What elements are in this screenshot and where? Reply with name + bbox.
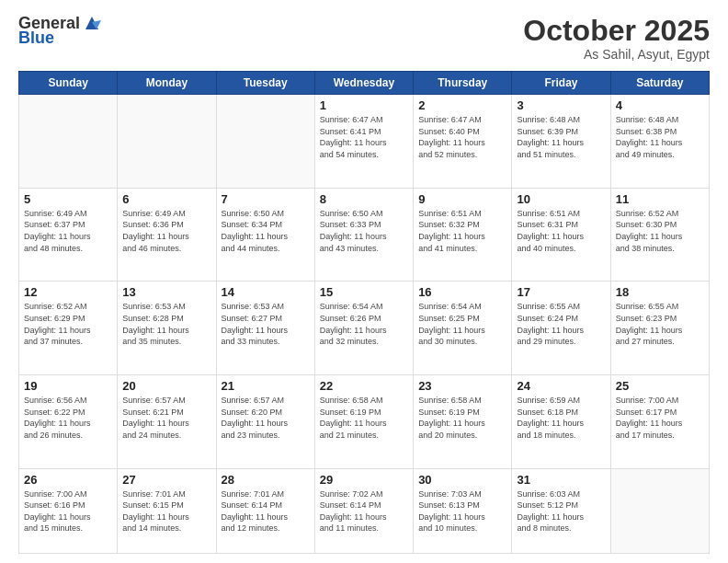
day-info: Sunrise: 6:49 AM Sunset: 6:36 PM Dayligh… [122, 208, 210, 254]
calendar-week-1: 1Sunrise: 6:47 AM Sunset: 6:41 PM Daylig… [19, 95, 710, 189]
calendar-cell: 7Sunrise: 6:50 AM Sunset: 6:34 PM Daylig… [216, 188, 314, 282]
day-info: Sunrise: 6:50 AM Sunset: 6:33 PM Dayligh… [320, 208, 408, 254]
calendar-cell: 26Sunrise: 7:00 AM Sunset: 6:16 PM Dayli… [19, 468, 118, 553]
weekday-header-saturday: Saturday [610, 72, 709, 95]
calendar-cell [610, 468, 709, 553]
day-number: 25 [616, 379, 704, 393]
day-number: 11 [616, 192, 704, 206]
day-number: 10 [517, 192, 605, 206]
logo: General Blue [18, 15, 102, 48]
logo-icon [82, 13, 102, 33]
day-info: Sunrise: 6:52 AM Sunset: 6:29 PM Dayligh… [24, 301, 112, 347]
day-info: Sunrise: 6:57 AM Sunset: 6:20 PM Dayligh… [222, 395, 310, 441]
day-info: Sunrise: 7:00 AM Sunset: 6:17 PM Dayligh… [616, 395, 704, 441]
day-info: Sunrise: 6:53 AM Sunset: 6:27 PM Dayligh… [222, 301, 310, 347]
day-number: 21 [222, 379, 310, 393]
calendar-cell: 16Sunrise: 6:54 AM Sunset: 6:25 PM Dayli… [414, 282, 512, 375]
calendar-cell: 10Sunrise: 6:51 AM Sunset: 6:31 PM Dayli… [512, 188, 610, 282]
day-number: 13 [122, 285, 210, 299]
day-info: Sunrise: 6:56 AM Sunset: 6:22 PM Dayligh… [24, 395, 112, 441]
day-number: 3 [517, 98, 605, 112]
day-info: Sunrise: 7:01 AM Sunset: 6:14 PM Dayligh… [222, 488, 310, 534]
calendar-cell: 25Sunrise: 7:00 AM Sunset: 6:17 PM Dayli… [610, 375, 709, 469]
day-info: Sunrise: 7:01 AM Sunset: 6:15 PM Dayligh… [122, 488, 210, 534]
calendar-cell: 4Sunrise: 6:48 AM Sunset: 6:38 PM Daylig… [610, 95, 709, 189]
day-number: 17 [517, 285, 605, 299]
day-number: 30 [418, 473, 506, 487]
day-info: Sunrise: 6:59 AM Sunset: 6:18 PM Dayligh… [517, 395, 605, 441]
calendar-cell: 28Sunrise: 7:01 AM Sunset: 6:14 PM Dayli… [216, 468, 314, 553]
day-number: 1 [320, 98, 408, 112]
day-info: Sunrise: 7:02 AM Sunset: 6:14 PM Dayligh… [320, 488, 408, 534]
calendar-cell: 9Sunrise: 6:51 AM Sunset: 6:32 PM Daylig… [414, 188, 512, 282]
day-number: 27 [122, 473, 210, 487]
day-number: 16 [418, 285, 506, 299]
title-block: October 2025 As Sahil, Asyut, Egypt [523, 15, 710, 62]
day-info: Sunrise: 6:48 AM Sunset: 6:39 PM Dayligh… [517, 114, 605, 160]
calendar-cell: 23Sunrise: 6:58 AM Sunset: 6:19 PM Dayli… [414, 375, 512, 469]
day-number: 18 [616, 285, 704, 299]
day-info: Sunrise: 6:49 AM Sunset: 6:37 PM Dayligh… [24, 208, 112, 254]
day-info: Sunrise: 6:48 AM Sunset: 6:38 PM Dayligh… [616, 114, 704, 160]
day-number: 4 [616, 98, 704, 112]
day-number: 28 [222, 473, 310, 487]
day-info: Sunrise: 6:54 AM Sunset: 6:25 PM Dayligh… [418, 301, 506, 347]
weekday-header-monday: Monday [118, 72, 216, 95]
calendar-cell: 21Sunrise: 6:57 AM Sunset: 6:20 PM Dayli… [216, 375, 314, 469]
weekday-header-thursday: Thursday [414, 72, 512, 95]
calendar-cell: 24Sunrise: 6:59 AM Sunset: 6:18 PM Dayli… [512, 375, 610, 469]
day-number: 20 [122, 379, 210, 393]
day-info: Sunrise: 6:52 AM Sunset: 6:30 PM Dayligh… [616, 208, 704, 254]
weekday-header-sunday: Sunday [19, 72, 118, 95]
day-info: Sunrise: 6:55 AM Sunset: 6:24 PM Dayligh… [517, 301, 605, 347]
day-info: Sunrise: 7:03 AM Sunset: 6:13 PM Dayligh… [418, 488, 506, 534]
day-number: 19 [24, 379, 112, 393]
calendar-cell: 20Sunrise: 6:57 AM Sunset: 6:21 PM Dayli… [118, 375, 216, 469]
calendar-cell: 15Sunrise: 6:54 AM Sunset: 6:26 PM Dayli… [314, 282, 413, 375]
day-number: 7 [222, 192, 310, 206]
calendar-cell: 22Sunrise: 6:58 AM Sunset: 6:19 PM Dayli… [314, 375, 413, 469]
day-info: Sunrise: 6:51 AM Sunset: 6:32 PM Dayligh… [418, 208, 506, 254]
calendar-week-4: 19Sunrise: 6:56 AM Sunset: 6:22 PM Dayli… [19, 375, 710, 469]
month-title: October 2025 [523, 15, 710, 47]
day-number: 14 [222, 285, 310, 299]
day-number: 6 [122, 192, 210, 206]
day-number: 26 [24, 473, 112, 487]
day-info: Sunrise: 6:58 AM Sunset: 6:19 PM Dayligh… [418, 395, 506, 441]
calendar-cell: 27Sunrise: 7:01 AM Sunset: 6:15 PM Dayli… [118, 468, 216, 553]
calendar-cell: 18Sunrise: 6:55 AM Sunset: 6:23 PM Dayli… [610, 282, 709, 375]
calendar-cell: 2Sunrise: 6:47 AM Sunset: 6:40 PM Daylig… [414, 95, 512, 189]
day-info: Sunrise: 6:53 AM Sunset: 6:28 PM Dayligh… [122, 301, 210, 347]
day-info: Sunrise: 6:03 AM Sunset: 5:12 PM Dayligh… [517, 488, 605, 534]
day-number: 12 [24, 285, 112, 299]
day-info: Sunrise: 6:54 AM Sunset: 6:26 PM Dayligh… [320, 301, 408, 347]
header: General Blue October 2025 As Sahil, Asyu… [18, 15, 710, 62]
calendar-cell: 8Sunrise: 6:50 AM Sunset: 6:33 PM Daylig… [314, 188, 413, 282]
weekday-header-wednesday: Wednesday [314, 72, 413, 95]
calendar: SundayMondayTuesdayWednesdayThursdayFrid… [18, 71, 710, 554]
calendar-cell: 17Sunrise: 6:55 AM Sunset: 6:24 PM Dayli… [512, 282, 610, 375]
page: General Blue October 2025 As Sahil, Asyu… [0, 0, 728, 563]
weekday-header-friday: Friday [512, 72, 610, 95]
day-info: Sunrise: 7:00 AM Sunset: 6:16 PM Dayligh… [24, 488, 112, 534]
calendar-cell: 5Sunrise: 6:49 AM Sunset: 6:37 PM Daylig… [19, 188, 118, 282]
calendar-cell: 1Sunrise: 6:47 AM Sunset: 6:41 PM Daylig… [314, 95, 413, 189]
calendar-week-5: 26Sunrise: 7:00 AM Sunset: 6:16 PM Dayli… [19, 468, 710, 553]
calendar-cell [19, 95, 118, 189]
day-number: 23 [418, 379, 506, 393]
calendar-week-2: 5Sunrise: 6:49 AM Sunset: 6:37 PM Daylig… [19, 188, 710, 282]
calendar-cell: 12Sunrise: 6:52 AM Sunset: 6:29 PM Dayli… [19, 282, 118, 375]
day-number: 15 [320, 285, 408, 299]
calendar-cell: 19Sunrise: 6:56 AM Sunset: 6:22 PM Dayli… [19, 375, 118, 469]
day-number: 24 [517, 379, 605, 393]
day-number: 22 [320, 379, 408, 393]
day-info: Sunrise: 6:47 AM Sunset: 6:41 PM Dayligh… [320, 114, 408, 160]
day-info: Sunrise: 6:51 AM Sunset: 6:31 PM Dayligh… [517, 208, 605, 254]
calendar-cell: 6Sunrise: 6:49 AM Sunset: 6:36 PM Daylig… [118, 188, 216, 282]
calendar-cell: 29Sunrise: 7:02 AM Sunset: 6:14 PM Dayli… [314, 468, 413, 553]
day-number: 9 [418, 192, 506, 206]
day-info: Sunrise: 6:58 AM Sunset: 6:19 PM Dayligh… [320, 395, 408, 441]
calendar-cell: 31Sunrise: 6:03 AM Sunset: 5:12 PM Dayli… [512, 468, 610, 553]
calendar-cell: 3Sunrise: 6:48 AM Sunset: 6:39 PM Daylig… [512, 95, 610, 189]
calendar-cell: 11Sunrise: 6:52 AM Sunset: 6:30 PM Dayli… [610, 188, 709, 282]
